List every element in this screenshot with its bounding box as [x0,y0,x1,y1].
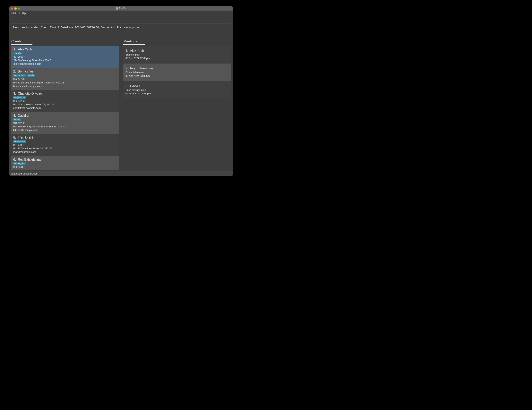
client-address: Blk 30 Lorong 3 Serangoon Gardens, #07-1… [13,81,117,85]
client-index: 6. [13,158,16,162]
meetings-header: Meetings [123,38,231,44]
client-index: 5. [13,136,16,139]
client-email: irfan@example.com [13,150,117,154]
result-text: New meeting added: Client: David LiDateT… [13,26,140,29]
result-display: New meeting added: Client: David LiDateT… [11,23,231,37]
client-title: 5.Irfan Ibrahim [13,136,117,139]
meeting-card[interactable]: 3.David LiPitch savings plan06 May 2024 … [123,81,231,98]
meetings-header-underline [123,44,145,45]
main-panels: Clients 1.Alex Yeohfriends87438807Blk 30… [10,38,233,172]
command-area [10,16,233,22]
client-index: 2. [13,70,16,73]
client-card[interactable]: 1.Alex Yeohfriends87438807Blk 30 Geylang… [11,46,119,68]
close-icon[interactable] [11,7,13,10]
client-tags: family [13,118,117,121]
statusbar: ./data/addressbook.json [10,172,233,176]
client-name: Bernice Yu [18,70,33,73]
meeting-description: Sign life plan [125,53,229,57]
client-name: David Li [18,114,29,117]
maximize-icon[interactable] [18,7,20,10]
tag: colleagues [13,74,26,76]
meeting-title: 1.Alex Yeoh [125,49,229,53]
command-input[interactable] [11,16,231,22]
meetings-panel: Meetings 1.Alex YeohSign life plan05 Apr… [122,38,232,170]
meeting-description: Financial review [125,71,229,74]
client-index: 4. [13,114,16,117]
client-title: 1.Alex Yeoh [13,48,117,51]
client-title: 4.David Li [13,114,117,117]
meeting-index: 2. [125,67,128,70]
meetings-list[interactable]: 1.Alex YeohSign life plan05 Apr 2024 12.… [123,46,231,98]
minimize-icon[interactable] [14,7,17,10]
client-address: Blk 45 Aljunied Street 85, #11-31 [13,169,117,170]
statusbar-text: ./data/addressbook.json [10,172,38,175]
tag: friends [27,74,35,76]
client-name: Charlotte Oliveiro [18,92,42,95]
client-phone: 92492021 [13,143,117,147]
client-address: Blk 47 Tampines Street 20, #17-35 [13,147,117,150]
app-window: FinCliq File Help New meeting added: Cli… [10,6,233,176]
tag: friends [13,52,22,55]
client-email: charlotte@example.com [13,106,117,110]
client-card[interactable]: 6.Roy Balakrishnancolleagues92624417Blk … [11,156,119,170]
menu-help[interactable]: Help [19,11,26,15]
meeting-client-name: David Li [130,85,141,88]
client-address: Blk 436 Serangoon Gardens Street 26, #16… [13,125,117,128]
clients-list[interactable]: 1.Alex Yeohfriends87438807Blk 30 Geylang… [11,46,119,170]
client-phone: 92624417 [13,165,117,169]
client-phone: 99272758 [13,77,117,81]
client-phone: 91031282 [13,121,117,125]
text-caret [12,17,12,21]
client-card[interactable]: 2.Bernice Yucolleaguesfriends99272758Blk… [11,68,119,90]
meeting-card[interactable]: 1.Alex YeohSign life plan05 Apr 2024 12.… [123,46,231,63]
menu-file[interactable]: File [11,11,16,15]
tag: classmates [13,140,26,143]
client-address: Blk 11 Ang Mo Kio Street 74, #11-04 [13,103,117,106]
meeting-client-name: Alex Yeoh [130,49,144,53]
window-controls [11,7,20,10]
meeting-description: Pitch savings plan [125,88,229,92]
clients-header-underline [11,44,32,45]
meeting-title: 3.David Li [125,85,229,88]
client-card[interactable]: 4.David Lifamily91031282Blk 436 Serangoo… [11,112,119,134]
clients-panel: Clients 1.Alex Yeohfriends87438807Blk 30… [10,38,120,170]
meeting-card[interactable]: 2.Roy BalakrishnanFinancial review06 Apr… [123,64,231,81]
client-tags: colleagues [13,162,117,165]
meeting-index: 3. [125,85,128,88]
client-card[interactable]: 5.Irfan Ibrahimclassmates92492021Blk 47 … [11,134,119,156]
tag: family [13,118,21,121]
client-tags: neighbours [13,96,117,99]
client-name: Roy Balakrishnan [18,158,42,162]
window-title: FinCliq [116,7,126,10]
tag: colleagues [13,162,26,165]
app-icon [116,7,118,10]
client-card[interactable]: 3.Charlotte Oliveironeighbours93210283Bl… [11,90,119,112]
client-name: Irfan Ibrahim [18,136,35,139]
client-phone: 93210283 [13,99,117,103]
client-index: 1. [13,48,16,51]
tag: neighbours [13,96,26,99]
meeting-datetime: 05 Apr 2024 12.00pm [125,57,229,60]
meeting-datetime: 06 Apr 2024 03.00pm [125,74,229,78]
titlebar: FinCliq [10,6,233,10]
meeting-datetime: 06 May 2024 04.00pm [125,92,229,95]
client-email: alexyeoh@example.com [13,62,117,66]
client-address: Blk 30 Geylang Street 29, #06-40 [13,59,117,62]
meeting-title: 2.Roy Balakrishnan [125,67,229,70]
client-tags: colleaguesfriends [13,74,117,76]
clients-header: Clients [11,38,119,44]
meeting-client-name: Roy Balakrishnan [130,67,154,70]
client-index: 3. [13,92,16,95]
client-name: Alex Yeoh [18,48,32,51]
menubar: File Help [10,10,233,16]
client-title: 3.Charlotte Oliveiro [13,92,117,95]
client-email: lidavid@example.com [13,128,117,132]
client-title: 2.Bernice Yu [13,70,117,73]
meeting-index: 1. [125,49,128,53]
client-title: 6.Roy Balakrishnan [13,158,117,162]
client-email: berniceyu@example.com [13,85,117,88]
client-phone: 87438807 [13,55,117,59]
window-title-text: FinCliq [119,7,126,10]
client-tags: friends [13,52,117,55]
client-tags: classmates [13,140,117,143]
